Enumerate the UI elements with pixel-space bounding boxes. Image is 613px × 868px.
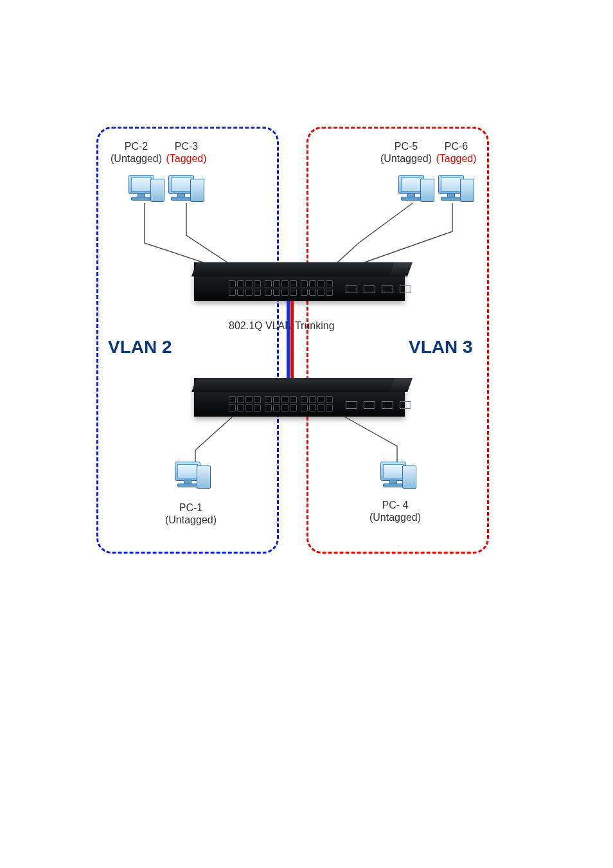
pc4-name: PC- 4 xyxy=(366,499,424,511)
pc1-tag: (Untagged) xyxy=(162,514,220,526)
pc1-icon xyxy=(172,462,207,496)
pc1-label: PC-1 (Untagged) xyxy=(162,502,220,526)
cable-pc4 xyxy=(0,0,613,553)
pc4-icon xyxy=(378,462,413,496)
pc4-label: PC- 4 (Untagged) xyxy=(366,499,424,523)
pc1-name: PC-1 xyxy=(162,502,220,514)
diagram-stage: VLAN 2 VLAN 3 PC-2 (Untagged) PC-3 (Tagg… xyxy=(0,0,613,868)
pc4-tag: (Untagged) xyxy=(366,511,424,523)
